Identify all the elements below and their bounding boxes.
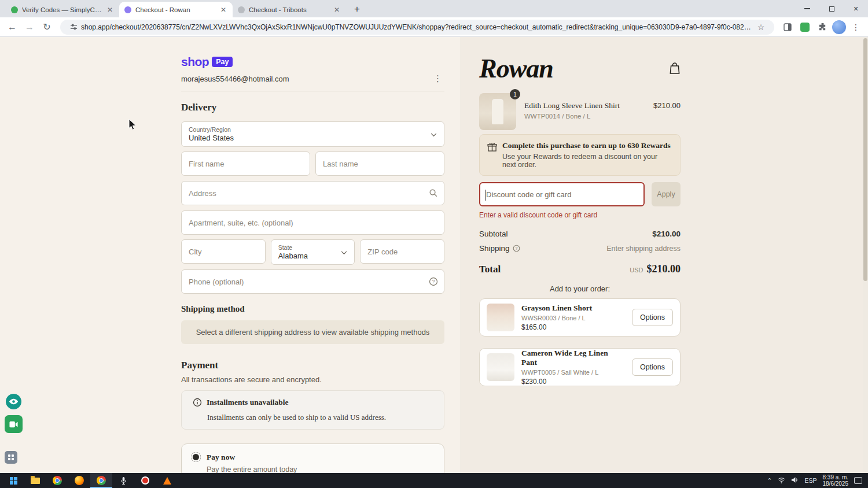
shipping-method-notice: Select a different shipping address to v… [181, 320, 444, 344]
addon-product-price: $165.00 [521, 323, 625, 331]
svg-text:?: ? [515, 246, 517, 251]
email-row: morajesus554466@hotmail.com ⋮ [181, 73, 444, 84]
shipping-help-icon[interactable]: ? [513, 245, 520, 252]
chevron-down-icon [341, 247, 347, 257]
tab-close-icon[interactable]: ✕ [219, 6, 227, 14]
notification-center-icon[interactable] [854, 477, 862, 484]
maximize-button[interactable] [819, 0, 844, 17]
pay-now-subtext: Pay the entire amount today [207, 465, 435, 473]
back-icon[interactable]: ← [5, 20, 20, 35]
network-icon[interactable] [778, 475, 785, 486]
apply-button[interactable]: Apply [652, 182, 681, 206]
country-select[interactable]: Country/Region United States [181, 121, 444, 147]
browser-tab[interactable]: Verify Codes — SimplyCodes ✕ [6, 2, 119, 17]
installments-title: Installments unavailable [207, 398, 288, 407]
zip-input[interactable] [367, 247, 437, 256]
floating-capture-widget[interactable] [5, 415, 23, 433]
close-button[interactable]: ✕ [844, 0, 868, 17]
subtotal-value: $210.00 [652, 230, 681, 238]
country-value: United States [189, 134, 234, 142]
side-panel-icon[interactable] [780, 20, 795, 35]
cart-icon[interactable] [669, 62, 681, 77]
shipping-method-heading: Shipping method [181, 304, 444, 314]
new-tab-button[interactable]: + [350, 2, 365, 17]
city-field[interactable] [181, 239, 266, 264]
options-button[interactable]: Options [632, 309, 673, 326]
recorder-icon[interactable] [134, 473, 156, 488]
svg-text:?: ? [432, 279, 435, 284]
volume-icon[interactable] [791, 475, 799, 486]
order-summary-content: Rowan 1 Edith Long Sleeve Linen Shirt WW… [479, 37, 681, 386]
discount-input[interactable] [486, 190, 638, 199]
rewards-banner: Complete this purchase to earn up to 630… [479, 134, 681, 176]
quantity-badge: 1 [510, 89, 520, 99]
tab-title: Checkout - Rowan [135, 6, 215, 13]
divider [181, 91, 444, 91]
floating-eye-widget[interactable] [6, 394, 21, 409]
browser-tab[interactable]: Checkout - Triboots ✕ [233, 2, 346, 17]
discount-error-text: Enter a valid discount code or gift card [479, 211, 681, 219]
bookmark-star-icon[interactable]: ☆ [753, 20, 768, 35]
cart-line-item: 1 Edith Long Sleeve Linen Shirt WWTP0014… [479, 93, 681, 130]
address-input[interactable] [189, 189, 437, 198]
help-icon[interactable]: ? [429, 277, 438, 286]
chrome-icon[interactable] [46, 473, 68, 488]
vlc-icon[interactable] [156, 473, 178, 488]
state-select[interactable]: State Alabama [271, 239, 355, 265]
search-icon [429, 188, 438, 198]
addon-card: Grayson Linen Short WWSR0003 / Bone / L … [479, 298, 681, 337]
tray-chevron-icon[interactable]: ⌃ [767, 477, 772, 485]
firefox-icon[interactable] [68, 473, 90, 488]
chrome-active-icon[interactable] [90, 473, 112, 488]
page-scrollbar[interactable] [863, 37, 868, 473]
checkout-main-column: shop Pay morajesus554466@hotmail.com ⋮ D… [181, 37, 444, 473]
floating-grid-widget[interactable] [5, 451, 17, 464]
triboots-favicon [238, 6, 245, 13]
taskbar-clock[interactable]: 8:39 a. m. 18/6/2025 [823, 474, 849, 487]
address-field[interactable] [181, 181, 444, 205]
browser-menu-icon[interactable]: ⋮ [848, 20, 863, 35]
scrollbar-thumb[interactable] [863, 38, 867, 281]
phone-input[interactable] [189, 278, 437, 286]
site-info-icon[interactable] [66, 20, 81, 35]
apartment-field[interactable] [181, 210, 444, 235]
shipping-value: Enter shipping address [606, 245, 681, 253]
addon-card: Cameron Wide Leg Linen Pant WWPT0005 / S… [479, 348, 681, 386]
state-label: State [278, 245, 293, 251]
zip-field[interactable] [360, 239, 444, 264]
product-variant: WWTP0014 / Bone / L [524, 113, 645, 120]
simplycodes-extension-icon[interactable] [797, 20, 812, 35]
pay-now-radio[interactable] [191, 452, 201, 462]
last-name-field[interactable] [315, 151, 444, 176]
start-button[interactable] [2, 473, 24, 488]
browser-tab-active[interactable]: Checkout - Rowan ✕ [119, 2, 233, 17]
addon-product-variant: WWPT0005 / Sail White / L [521, 369, 625, 376]
installments-body: Installments can only be used to ship to… [207, 413, 444, 422]
apartment-input[interactable] [189, 219, 437, 227]
simplycodes-favicon [11, 6, 18, 13]
checkout-page: shop Pay morajesus554466@hotmail.com ⋮ D… [0, 37, 868, 473]
profile-avatar[interactable] [832, 20, 846, 34]
first-name-field[interactable] [181, 151, 310, 176]
options-button[interactable]: Options [632, 358, 673, 376]
tab-close-icon[interactable]: ✕ [106, 6, 114, 14]
extensions-puzzle-icon[interactable] [815, 20, 830, 35]
file-explorer-icon[interactable] [24, 473, 46, 488]
refresh-icon[interactable]: ↻ [39, 20, 54, 35]
addon-product-image [487, 353, 514, 381]
minimize-button[interactable] [795, 0, 819, 17]
phone-field[interactable]: ? [181, 269, 444, 294]
last-name-input[interactable] [323, 160, 437, 168]
language-indicator[interactable]: ESP [804, 477, 816, 484]
email-menu-icon[interactable]: ⋮ [431, 73, 444, 84]
microphone-icon[interactable] [112, 473, 134, 488]
addon-product-price: $230.00 [521, 378, 625, 386]
tab-close-icon[interactable]: ✕ [333, 6, 341, 14]
discount-field[interactable] [479, 182, 645, 206]
subtotal-label: Subtotal [479, 230, 508, 238]
shop-pay-logo: shop Pay [181, 55, 444, 69]
first-name-input[interactable] [189, 160, 303, 168]
city-input[interactable] [189, 247, 258, 256]
address-bar[interactable]: shop.app/checkout/2020638775/cn/Z2NwLXVz… [60, 20, 774, 35]
forward-icon[interactable]: → [22, 20, 37, 35]
